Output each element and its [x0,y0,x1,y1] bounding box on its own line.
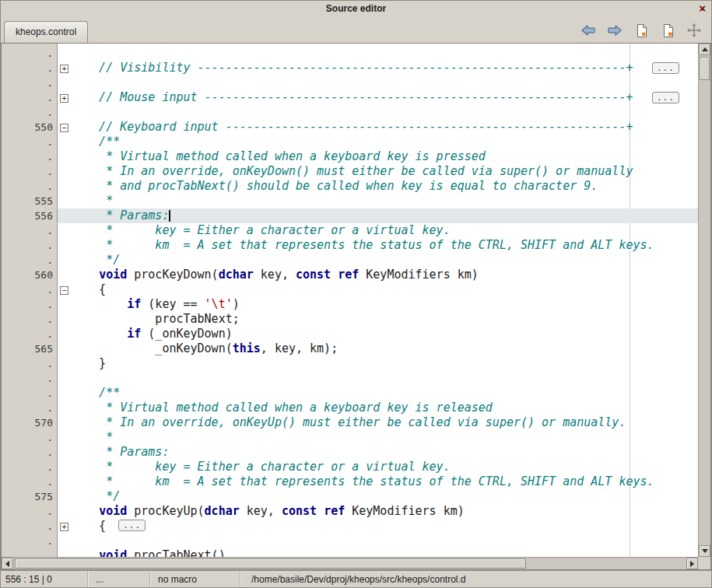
editor-row[interactable]: . * and procTabNext() should be called w… [2,179,698,194]
close-icon[interactable]: × [699,1,706,16]
editor-row[interactable]: . [2,46,698,61]
code-line[interactable]: * km = A set that represents the status … [71,474,698,489]
code-line[interactable] [71,46,698,61]
editor-row[interactable]: .+ // Mouse input ----------------------… [2,90,698,105]
editor-row-current[interactable]: 556 * Params: [2,208,698,223]
editor-row[interactable]: 560 void procKeyDown(dchar key, const re… [2,268,698,282]
code-line[interactable]: void procKeyUp(dchar key, const ref KeyM… [71,504,698,519]
scroll-up-button[interactable] [699,44,710,55]
fold-expand-icon[interactable]: + [60,94,68,103]
fold-expand-icon[interactable]: + [60,523,68,531]
code-line[interactable]: */ [71,489,698,504]
code-line[interactable]: procTabNext; [71,312,698,327]
editor-row[interactable]: . void procTabNext() [2,548,698,557]
code-line[interactable]: // Mouse input -------------------------… [71,90,698,105]
editor-row[interactable]: . [2,105,698,120]
code-line[interactable] [71,534,698,548]
editor-row[interactable]: . } [2,356,698,371]
editor-row[interactable]: . /** [2,135,698,149]
doc-modified-button[interactable] [632,22,651,39]
fold-margin[interactable]: − [58,282,71,297]
editor-row[interactable]: . * [2,430,698,445]
code-line[interactable]: * key = Either a character or a virtual … [71,223,698,238]
code-line[interactable]: */ [71,253,698,268]
code-line[interactable]: * Virtual method called when a keyboard … [71,149,698,164]
editor-row[interactable]: . * Virtual method called when a keyboar… [2,149,698,164]
editor-row[interactable]: . if (_onKeyDown) [2,327,698,341]
code-line[interactable]: * Virtual method called when a keyboard … [71,401,698,415]
horizontal-scrollbar[interactable] [2,557,698,569]
scroll-right-button[interactable] [686,558,698,569]
editor-row[interactable]: . /** [2,386,698,401]
code-line[interactable]: * Params: [71,445,698,460]
code-line[interactable]: // Keyboard input ----------------------… [71,120,698,135]
nav-back-button[interactable] [579,22,598,39]
pan-view-button[interactable] [685,22,703,39]
code-line[interactable]: * [71,430,698,445]
fold-collapse-icon[interactable]: − [60,286,68,295]
fold-margin[interactable]: − [58,120,71,135]
fold-collapse-icon[interactable]: − [60,124,68,132]
fold-margin[interactable]: + [58,90,71,105]
collapsed-code-box[interactable]: ... [652,62,679,74]
code-line[interactable]: * In an override, onKeyUp() must either … [71,415,698,430]
editor-row[interactable]: . */ [2,253,698,268]
code-line[interactable]: * key = Either a character or a virtual … [71,460,698,474]
code-line[interactable]: * [71,194,698,208]
editor-row[interactable]: . * key = Either a character or a virtua… [2,460,698,474]
fold-margin [58,297,71,312]
editor-content[interactable]: ..+ // Visibility ----------------------… [2,44,698,557]
code-line[interactable]: if (_onKeyDown) [71,327,698,341]
vertical-scrollbar[interactable] [698,44,710,557]
fold-expand-icon[interactable]: + [60,65,68,73]
code-line[interactable] [71,75,698,90]
editor-row[interactable]: . * km = A set that represents the statu… [2,474,698,489]
code-line[interactable] [71,371,698,386]
code-line[interactable]: /** [71,386,698,401]
collapsed-code-box[interactable]: ... [118,520,146,531]
code-line[interactable]: void procTabNext() [71,548,698,557]
code-line[interactable]: _onKeyDown(this, key, km); [71,341,698,356]
scroll-down-button[interactable] [699,545,710,557]
editor-row[interactable]: .+ {... [2,519,698,534]
code-line[interactable]: } [71,356,698,371]
editor-row[interactable]: 570 * In an override, onKeyUp() must eit… [2,415,698,430]
doc-modified-alt-button[interactable] [658,22,677,39]
tab-kheops-control[interactable]: kheops.control [4,21,88,43]
code-line[interactable]: /** [71,135,698,149]
code-line[interactable]: * Params: [71,208,698,223]
code-line[interactable]: {... [71,519,698,534]
nav-forward-button[interactable] [605,22,624,39]
editor-row[interactable]: . void procKeyUp(dchar key, const ref Ke… [2,504,698,519]
scroll-left-button[interactable] [2,558,13,569]
code-line[interactable]: * km = A set that represents the status … [71,238,698,253]
code-line[interactable]: void procKeyDown(dchar key, const ref Ke… [71,268,698,282]
editor-row[interactable]: . * km = A set that represents the statu… [2,238,698,253]
code-line[interactable]: if (key == '\t') [71,297,698,312]
vertical-scrollbar-thumb[interactable] [700,57,710,80]
editor-row[interactable]: 575 */ [2,489,698,504]
editor-row[interactable]: 565 _onKeyDown(this, key, km); [2,341,698,356]
editor-row[interactable]: . procTabNext; [2,312,698,327]
code-line[interactable]: // Visibility --------------------------… [71,61,698,75]
editor-row[interactable]: . * In an override, onKeyDown() must eit… [2,164,698,179]
code-line[interactable] [71,105,698,120]
fold-margin[interactable]: + [58,519,71,534]
code-line[interactable]: * and procTabNext() should be called whe… [71,179,698,194]
horizontal-scrollbar-thumb[interactable] [15,558,526,569]
editor-row[interactable]: . [2,534,698,548]
code-line[interactable]: { [71,282,698,297]
editor-row[interactable]: 550− // Keyboard input -----------------… [2,120,698,135]
editor-row[interactable]: 555 * [2,194,698,208]
code-line[interactable]: * In an override, onKeyDown() must eithe… [71,164,698,179]
fold-margin[interactable]: + [58,61,71,75]
editor-row[interactable]: . * Virtual method called when a keyboar… [2,401,698,415]
editor-row[interactable]: . if (key == '\t') [2,297,698,312]
editor-row[interactable]: . * Params: [2,445,698,460]
editor-row[interactable]: . [2,75,698,90]
editor-row[interactable]: .+ // Visibility -----------------------… [2,61,698,75]
editor-row[interactable]: . * key = Either a character or a virtua… [2,223,698,238]
editor-row[interactable]: . [2,371,698,386]
editor-row[interactable]: .− { [2,282,698,297]
collapsed-code-box[interactable]: ... [652,92,679,103]
